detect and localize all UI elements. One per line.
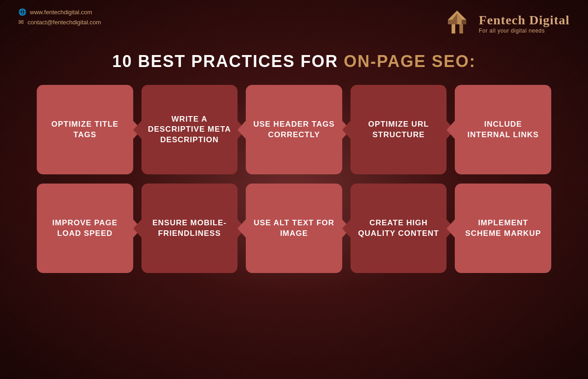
card-optimize-title-tags-label: OPTIMIZE TITLE TAGS <box>37 115 133 144</box>
card-optimize-title-tags[interactable]: OPTIMIZE TITLE TAGS <box>37 85 133 174</box>
logo-area: Fentech Digital For all your digital nee… <box>442 8 570 38</box>
card-header-tags[interactable]: USE HEADER TAGS CORRECTLY <box>246 85 342 174</box>
card-mobile-friendliness[interactable]: ENSURE MOBILE-FRIENDLINESS <box>141 184 238 273</box>
card-scheme-markup[interactable]: IMPLEMENT SCHEME MARKUP <box>455 184 551 273</box>
email-icon: ✉ <box>18 18 24 26</box>
card-meta-description-label: WRITE A DESCRIPTIVE META DESCRIPTION <box>141 110 238 149</box>
card-internal-links-label: INCLUDE INTERNAL LINKS <box>455 115 551 144</box>
svg-marker-6 <box>462 20 466 24</box>
logo-icon <box>442 8 472 38</box>
card-high-quality-content[interactable]: CREATE HIGH QUALITY CONTENT <box>351 184 447 273</box>
email-text: contact@fentechdigital.com <box>28 19 101 26</box>
card-scheme-markup-label: IMPLEMENT SCHEME MARKUP <box>455 213 551 243</box>
title-gold: ON-PAGE SEO: <box>344 52 475 71</box>
card-page-load-speed-label: IMPROVE PAGE LOAD SPEED <box>37 213 133 243</box>
website-text: www.fentechdigital.com <box>30 9 92 16</box>
logo-tagline: For all your digital needs <box>479 28 570 34</box>
header: 🌐 www.fentechdigital.com ✉ contact@fente… <box>0 0 588 43</box>
cards-row-1: OPTIMIZE TITLE TAGS WRITE A DESCRIPTIVE … <box>37 85 551 174</box>
title-white: 10 BEST PRACTICES FOR <box>112 52 344 71</box>
globe-icon: 🌐 <box>18 8 26 16</box>
card-url-structure-label: OPTIMIZE URL STRUCTURE <box>351 115 447 144</box>
card-page-load-speed[interactable]: IMPROVE PAGE LOAD SPEED <box>37 184 133 273</box>
svg-rect-3 <box>452 24 455 33</box>
logo-name: Fentech Digital <box>479 13 570 28</box>
main-title: 10 BEST PRACTICES FOR ON-PAGE SEO: <box>0 52 588 71</box>
card-high-quality-content-label: CREATE HIGH QUALITY CONTENT <box>351 213 447 243</box>
email-item: ✉ contact@fentechdigital.com <box>18 18 101 26</box>
card-internal-links[interactable]: INCLUDE INTERNAL LINKS <box>455 85 551 174</box>
cards-row-2: IMPROVE PAGE LOAD SPEED ENSURE MOBILE-FR… <box>37 184 551 273</box>
website-item: 🌐 www.fentechdigital.com <box>18 8 101 16</box>
card-alt-text[interactable]: USE ALT TEXT FOR IMAGE <box>246 184 342 273</box>
card-alt-text-label: USE ALT TEXT FOR IMAGE <box>246 213 342 243</box>
logo-text: Fentech Digital For all your digital nee… <box>479 13 570 34</box>
card-url-structure[interactable]: OPTIMIZE URL STRUCTURE <box>351 85 447 174</box>
svg-rect-4 <box>459 24 463 33</box>
svg-marker-5 <box>448 20 452 24</box>
cards-container: OPTIMIZE TITLE TAGS WRITE A DESCRIPTIVE … <box>0 85 588 273</box>
card-mobile-friendliness-label: ENSURE MOBILE-FRIENDLINESS <box>141 213 238 243</box>
contact-info: 🌐 www.fentechdigital.com ✉ contact@fente… <box>18 8 101 26</box>
card-header-tags-label: USE HEADER TAGS CORRECTLY <box>246 115 342 144</box>
card-meta-description[interactable]: WRITE A DESCRIPTIVE META DESCRIPTION <box>141 85 238 174</box>
